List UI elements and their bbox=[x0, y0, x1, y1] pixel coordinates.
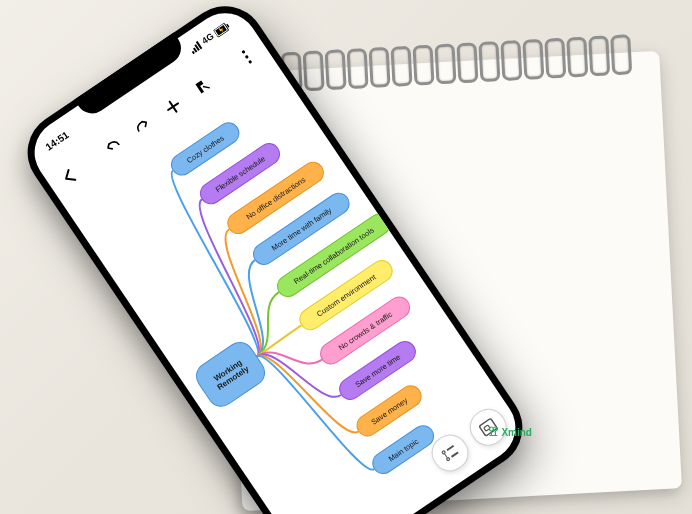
scene-background: 14:51 4G bbox=[0, 0, 692, 514]
svg-point-17 bbox=[494, 427, 498, 431]
brand-icon bbox=[488, 425, 500, 437]
svg-rect-0 bbox=[191, 50, 194, 54]
svg-point-7 bbox=[241, 50, 245, 54]
status-network: 4G bbox=[200, 31, 216, 46]
add-button[interactable] bbox=[158, 91, 189, 122]
undo-button[interactable] bbox=[98, 132, 129, 163]
signal-icon bbox=[188, 40, 203, 54]
svg-point-8 bbox=[245, 55, 249, 59]
brand-text: Xmind bbox=[502, 426, 533, 437]
status-time: 14:51 bbox=[43, 129, 70, 152]
format-button[interactable] bbox=[188, 71, 219, 102]
battery-icon bbox=[213, 21, 231, 37]
svg-rect-12 bbox=[446, 445, 454, 451]
brand-label: Xmind bbox=[488, 425, 533, 437]
svg-point-9 bbox=[248, 60, 252, 64]
svg-rect-13 bbox=[451, 452, 459, 458]
redo-button[interactable] bbox=[128, 112, 159, 143]
